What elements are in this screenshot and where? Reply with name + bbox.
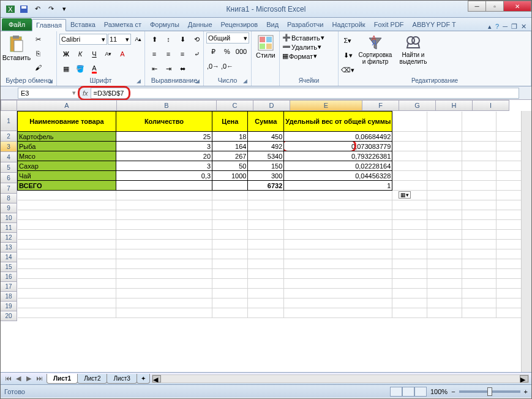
cut-icon[interactable]: ✂: [31, 32, 45, 46]
cell[interactable]: [427, 279, 462, 289]
cells-area[interactable]: Наименование товара Количество Цена Сумм…: [17, 111, 531, 318]
tab-layout[interactable]: Разметка ст: [100, 18, 146, 31]
cell[interactable]: [392, 269, 427, 279]
normal-view-icon[interactable]: [390, 387, 402, 397]
cell[interactable]: [392, 230, 427, 240]
align-bot-icon[interactable]: ⬇: [176, 32, 189, 46]
cell[interactable]: [248, 230, 284, 240]
cell[interactable]: [427, 132, 462, 142]
cell[interactable]: [427, 259, 462, 269]
fx-icon[interactable]: fx: [83, 89, 88, 97]
cell[interactable]: [392, 142, 427, 151]
percent-icon[interactable]: %: [220, 45, 234, 58]
cell[interactable]: [116, 200, 212, 210]
cell[interactable]: [116, 269, 212, 279]
font-name-combo[interactable]: Calibri▾: [59, 34, 107, 45]
cell[interactable]: [212, 269, 248, 279]
cell[interactable]: [284, 269, 392, 279]
cell[interactable]: [18, 279, 116, 289]
next-sheet-icon[interactable]: ▶: [24, 374, 34, 382]
fill-color-icon[interactable]: 🪣: [73, 62, 87, 75]
cell[interactable]: [116, 279, 212, 289]
cell[interactable]: [427, 112, 462, 132]
cell[interactable]: Наименование товара: [18, 112, 116, 132]
cell[interactable]: 0,3: [116, 171, 212, 181]
cell[interactable]: [427, 142, 462, 151]
col-header[interactable]: E: [290, 100, 362, 111]
cell[interactable]: [462, 298, 496, 308]
cell[interactable]: [18, 230, 116, 240]
cell[interactable]: [462, 259, 496, 269]
paste-button[interactable]: Вставить: [3, 32, 30, 63]
cell[interactable]: [248, 210, 284, 220]
bold-icon[interactable]: Ж: [59, 47, 73, 61]
cell[interactable]: [248, 191, 284, 200]
page-layout-view-icon[interactable]: [402, 387, 414, 397]
cell[interactable]: [284, 249, 392, 259]
worksheet-grid[interactable]: A B C D E F G H I 1 2 3 4 5 6 7 8 9 10 1…: [1, 100, 531, 372]
insert-cells-button[interactable]: ➕Вставить▾: [282, 34, 324, 42]
tab-developer[interactable]: Разработчи: [283, 18, 328, 31]
tab-abbyy[interactable]: ABBYY PDF T: [408, 18, 460, 31]
select-all-corner[interactable]: [1, 100, 17, 111]
tab-addins[interactable]: Надстройк: [328, 18, 369, 31]
cell[interactable]: [462, 112, 496, 132]
cell[interactable]: [248, 249, 284, 259]
cell[interactable]: [462, 171, 496, 181]
cell[interactable]: [427, 269, 462, 279]
cell[interactable]: ВСЕГО: [18, 181, 116, 191]
cell[interactable]: Сахар: [18, 161, 116, 171]
cell[interactable]: [462, 132, 496, 142]
cell[interactable]: [212, 298, 248, 308]
cell[interactable]: [248, 289, 284, 298]
font-color2-icon[interactable]: A: [116, 47, 129, 61]
cell[interactable]: [284, 308, 392, 318]
launcher-icon[interactable]: ◢: [137, 78, 141, 84]
sheet-tab[interactable]: Лист3: [107, 374, 137, 384]
minimize-button[interactable]: ─: [468, 1, 486, 12]
cell[interactable]: [212, 240, 248, 249]
cell[interactable]: [462, 181, 496, 191]
tab-formulas[interactable]: Формулы: [146, 18, 184, 31]
cell[interactable]: [284, 220, 392, 230]
cell[interactable]: [392, 240, 427, 249]
cell[interactable]: [462, 279, 496, 289]
cell[interactable]: [462, 210, 496, 220]
row-header[interactable]: 15: [1, 262, 17, 272]
cell[interactable]: [427, 289, 462, 298]
align-center-icon[interactable]: ≡: [162, 47, 175, 61]
close-button[interactable]: ✕: [503, 1, 531, 12]
tab-foxit[interactable]: Foxit PDF: [370, 18, 408, 31]
cell[interactable]: [248, 259, 284, 269]
cell[interactable]: [427, 151, 462, 161]
sort-filter-button[interactable]: AЯ Сортировка и фильтр: [356, 32, 395, 67]
prev-sheet-icon[interactable]: ◀: [13, 374, 23, 382]
col-header[interactable]: D: [253, 100, 290, 111]
cell[interactable]: [427, 181, 462, 191]
cell[interactable]: [392, 171, 427, 181]
cell[interactable]: [427, 171, 462, 181]
zoom-slider[interactable]: [459, 390, 520, 393]
cell[interactable]: 450: [248, 132, 284, 142]
cell[interactable]: [392, 132, 427, 142]
cell[interactable]: 50: [212, 161, 248, 171]
formula-bar[interactable]: =D3/$D$7: [91, 88, 519, 99]
row-header[interactable]: 2: [1, 131, 17, 142]
cell[interactable]: [392, 200, 427, 210]
cell[interactable]: [462, 191, 496, 200]
cell[interactable]: 0,02228164: [284, 161, 392, 171]
inc-decimal-icon[interactable]: ,0→: [206, 59, 220, 73]
cell[interactable]: [284, 191, 392, 200]
row-header[interactable]: 5: [1, 162, 17, 173]
cell[interactable]: [116, 259, 212, 269]
cell[interactable]: Сумма: [248, 112, 284, 132]
cell[interactable]: [284, 298, 392, 308]
cell[interactable]: 1: [284, 181, 392, 191]
cell[interactable]: [462, 142, 496, 151]
cell[interactable]: [212, 249, 248, 259]
cell[interactable]: [427, 240, 462, 249]
row-header[interactable]: 4: [1, 152, 17, 162]
cell[interactable]: [18, 308, 116, 318]
cell[interactable]: [212, 220, 248, 230]
cell[interactable]: 267: [212, 151, 248, 161]
